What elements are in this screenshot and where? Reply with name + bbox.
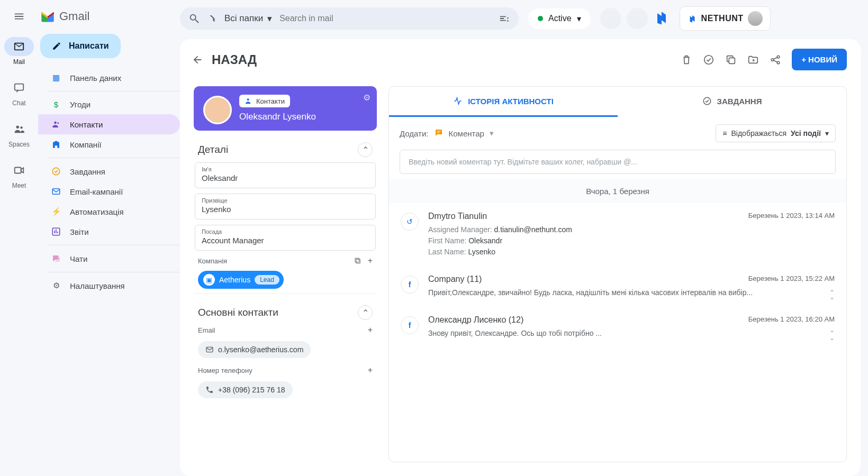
field-first-name[interactable]: Ім'я Oleksandr	[195, 162, 376, 188]
chevron-down-icon: ▾	[825, 129, 829, 138]
top-action-1[interactable]	[600, 8, 621, 29]
rail-item-mail[interactable]: Mail	[4, 37, 34, 66]
phone-chip[interactable]: +38 (096) 215 76 18	[198, 381, 293, 398]
folder-chip[interactable]: Контакти	[239, 95, 290, 107]
top-action-2[interactable]	[627, 8, 648, 29]
nav-dashboard[interactable]: ▦Панель даних	[38, 68, 180, 88]
tab-tasks[interactable]: ЗАВДАННЯ	[618, 87, 846, 117]
nav-companies[interactable]: Компанії	[38, 134, 180, 154]
delete-icon[interactable]	[681, 54, 692, 66]
search-icon	[188, 13, 200, 24]
activity-item[interactable]: f Олександр Лисенко (12) Знову привіт, О…	[389, 307, 846, 347]
compose-button[interactable]: Написати	[40, 34, 121, 58]
svg-rect-3	[15, 168, 21, 173]
nav-automation[interactable]: ⚡Автоматизація	[38, 202, 180, 222]
facebook-icon: f	[401, 316, 419, 334]
field-position[interactable]: Посада Account Manager	[195, 225, 376, 251]
automation-icon: ⚡	[51, 207, 61, 216]
nav-deals[interactable]: $Угоди	[38, 95, 180, 114]
add-icon[interactable]: +	[368, 365, 373, 375]
activity-item[interactable]: ↺ Dmytro Tianulin Assigned Manager: d.ti…	[389, 203, 846, 266]
gear-icon[interactable]: ⚙	[363, 93, 370, 103]
nethunt-glyph-icon[interactable]	[653, 9, 670, 28]
collapse-button[interactable]: ⌃	[358, 305, 373, 320]
search-options-icon[interactable]	[499, 13, 510, 24]
contact-avatar	[203, 96, 232, 124]
expand-icon[interactable]: ⌃⌄	[829, 331, 835, 340]
tab-activity[interactable]: ІСТОРІЯ АКТИВНОСТІ	[389, 87, 618, 117]
field-last-name[interactable]: Призвіще Lysenko	[195, 194, 376, 219]
svg-point-5	[57, 122, 59, 124]
company-chip[interactable]: ▣ Aetherius Lead	[198, 271, 284, 289]
new-button[interactable]: + НОВИЙ	[792, 49, 847, 70]
status-dropdown[interactable]: Active ▾	[528, 8, 591, 29]
search-input[interactable]	[279, 14, 491, 23]
comment-dropdown[interactable]: Коментар	[449, 129, 484, 138]
section-title-details: Деталі	[198, 144, 228, 155]
svg-point-4	[54, 122, 57, 124]
nav-settings[interactable]: ⚙Налаштування	[38, 276, 180, 296]
rail-label: Meet	[12, 182, 26, 189]
facebook-icon: f	[401, 276, 419, 294]
add-icon[interactable]: +	[368, 256, 373, 266]
activity-item[interactable]: f Company (11) Привіт,Олександре, звичай…	[389, 266, 846, 307]
date-separator: Вчора, 1 березня	[389, 179, 846, 203]
chats-icon	[51, 254, 61, 263]
company-name: Aetherius	[219, 276, 250, 284]
display-filter[interactable]: ≡ Відображається Усі події ▾	[716, 124, 836, 142]
share-icon[interactable]	[770, 54, 781, 66]
history-icon: ↺	[401, 213, 419, 231]
nethunt-filter-icon	[207, 14, 217, 23]
nethunt-account-button[interactable]: NETHUNT	[680, 6, 771, 31]
folder-chip-label: Контакти	[256, 97, 285, 105]
tasks-icon	[51, 167, 61, 176]
brand-label: Gmail	[59, 10, 89, 23]
dashboard-icon: ▦	[51, 73, 61, 83]
nav-campaigns[interactable]: Email-кампанії	[38, 181, 180, 202]
folder-label: Всі папки	[224, 13, 263, 24]
rail-item-chat[interactable]: Chat	[4, 78, 34, 107]
stage-badge: Lead	[255, 275, 279, 285]
page-title: НАЗАД	[212, 52, 257, 67]
chevron-down-icon: ▾	[577, 14, 581, 24]
menu-toggle-icon[interactable]	[13, 11, 25, 24]
companies-icon	[51, 140, 61, 149]
nav-label: Панель даних	[70, 74, 121, 83]
nav-contacts[interactable]: Контакти	[38, 114, 180, 134]
expand-icon[interactable]: ⌃⌄	[829, 290, 835, 299]
gmail-logo[interactable]: Gmail	[38, 6, 180, 31]
comment-input[interactable]: Введіть новий коментар тут. Відмітьте ва…	[400, 150, 836, 174]
rail-item-meet[interactable]: Meet	[4, 161, 34, 189]
gear-icon: ⚙	[51, 281, 61, 290]
nav-label: Угоди	[70, 100, 91, 109]
nav-tasks[interactable]: Завдання	[38, 161, 180, 181]
nav-label: Email-кампанії	[70, 187, 123, 196]
svg-point-10	[507, 20, 509, 22]
phone-label: Номер телефону	[198, 367, 252, 374]
nav-chats[interactable]: Чати	[38, 249, 180, 269]
activity-icon	[453, 96, 463, 106]
back-arrow-icon[interactable]	[192, 54, 203, 66]
compose-label: Написати	[69, 41, 109, 51]
svg-rect-12	[729, 58, 735, 63]
collapse-button[interactable]: ⌃	[358, 142, 373, 157]
move-icon[interactable]	[747, 54, 759, 66]
nav-reports[interactable]: Звіти	[38, 222, 180, 242]
external-link-icon[interactable]: ⧉	[355, 256, 360, 266]
svg-point-16	[247, 98, 249, 100]
search-bar[interactable]: Всі папки ▾	[180, 7, 519, 30]
check-circle-icon[interactable]	[703, 54, 715, 66]
rail-item-spaces[interactable]: Spaces	[4, 120, 34, 148]
nethunt-logo-icon	[688, 14, 697, 23]
add-label: Додати:	[400, 129, 429, 138]
nav-label: Компанії	[70, 140, 102, 149]
reports-icon	[51, 227, 61, 236]
folder-dropdown[interactable]: Всі папки ▾	[224, 13, 272, 24]
nav-label: Налаштування	[70, 281, 125, 290]
copy-icon[interactable]	[725, 54, 737, 66]
campaigns-icon	[51, 187, 61, 196]
svg-rect-0	[15, 84, 24, 90]
email-chip[interactable]: o.lysenko@aetherius.com	[198, 341, 311, 358]
phone-icon	[205, 386, 214, 394]
add-icon[interactable]: +	[368, 325, 373, 335]
